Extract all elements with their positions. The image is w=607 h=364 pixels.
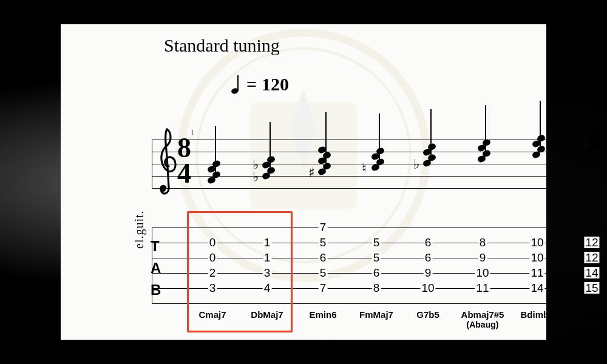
fret-number: 11 [529, 267, 544, 278]
time-sig-den: 4 [177, 160, 191, 187]
tab-column: 3200 [200, 218, 225, 303]
fret-number: 2 [208, 267, 217, 278]
fret-number: 3 [208, 282, 217, 294]
fret-number: 5 [372, 252, 381, 263]
tuning-title: Standard tuning [164, 35, 280, 56]
fret-number: 9 [478, 252, 487, 263]
fret-number: 11 [475, 282, 490, 294]
chord-name: DbMaj7 [251, 309, 283, 320]
fret-number: 12 [584, 237, 599, 248]
fret-number: 10 [529, 252, 544, 263]
fret-number: 1 [263, 237, 272, 248]
chord-name: Cmaj7 [198, 309, 226, 320]
sheet-card: Standard tuning = 120 el.guit. 1 8 4 [61, 24, 546, 340]
fret-number: 10 [529, 237, 544, 248]
fret-number: 5 [319, 237, 328, 248]
fret-number: 10 [475, 267, 490, 278]
chord-name: Abmaj7#5(Abaug) [461, 309, 504, 329]
accidental-icon: ♭ [253, 157, 259, 173]
svg-point-5 [161, 187, 166, 192]
fret-number: 1 [263, 252, 272, 263]
accidental-icon: ♭ [413, 157, 419, 172]
tab-block: T A B 3200431175657865510966111098141110… [152, 218, 607, 306]
chord-labels-row: Cmaj7DbMaj7Emin6FmMaj7G7b5Abmaj7#5(Abaug… [152, 309, 607, 340]
tab-column: 111098 [470, 218, 495, 303]
tab-column: 15141212 [580, 218, 604, 303]
chord-name: G7b5 [416, 309, 439, 320]
fret-number: 7 [319, 221, 328, 233]
tempo-marking: = 120 [231, 74, 289, 95]
svg-rect-4 [237, 75, 239, 90]
tab-column: 8655 [364, 218, 388, 303]
accidental-icon: ♯ [308, 165, 315, 181]
tempo-eq: = [246, 74, 257, 95]
tab-column: 4311 [255, 218, 279, 303]
fret-number: 8 [478, 237, 487, 248]
chord-name: Cmaj7 [578, 309, 605, 320]
fret-number: 9 [424, 267, 433, 278]
staff-notation: 1 8 4 ♭♭♯♮♭ [152, 121, 607, 200]
instrument-label: el.guit. [132, 210, 146, 249]
fret-number: 3 [263, 267, 272, 278]
tab-letter-a: A [151, 260, 161, 277]
fret-number: 4 [263, 282, 272, 294]
fret-number: 8 [372, 282, 381, 294]
tempo-bpm: 120 [262, 74, 289, 95]
fret-number: 6 [319, 252, 328, 263]
fret-number: 0 [208, 252, 217, 263]
fret-number: 6 [424, 252, 433, 263]
tab-letter-t: T [151, 238, 160, 255]
tab-column: 75657 [311, 218, 335, 303]
tab-column: 10966 [416, 218, 440, 303]
tab-letter-b: B [151, 281, 161, 298]
fret-number: 6 [372, 267, 381, 278]
fret-number: 14 [529, 282, 544, 294]
fret-number: 5 [319, 267, 328, 278]
fret-number: 14 [584, 267, 599, 278]
quarter-note-icon [231, 74, 242, 95]
accidental-icon: ♮ [362, 161, 367, 177]
chord-name-sub: (Abaug) [461, 320, 504, 329]
fret-number: 7 [319, 282, 328, 294]
fret-number: 0 [208, 237, 217, 248]
fret-number: 10 [420, 282, 435, 294]
chord-name: FmMaj7 [359, 309, 393, 320]
fret-number: 6 [424, 237, 433, 248]
chord-name: Bdimb3 [520, 309, 554, 320]
fret-number: 5 [372, 237, 381, 248]
tab-column: 14111010 [525, 218, 549, 303]
fret-number: 12 [584, 252, 599, 263]
fret-number: 15 [584, 282, 599, 294]
chord-name: Emin6 [309, 309, 336, 320]
